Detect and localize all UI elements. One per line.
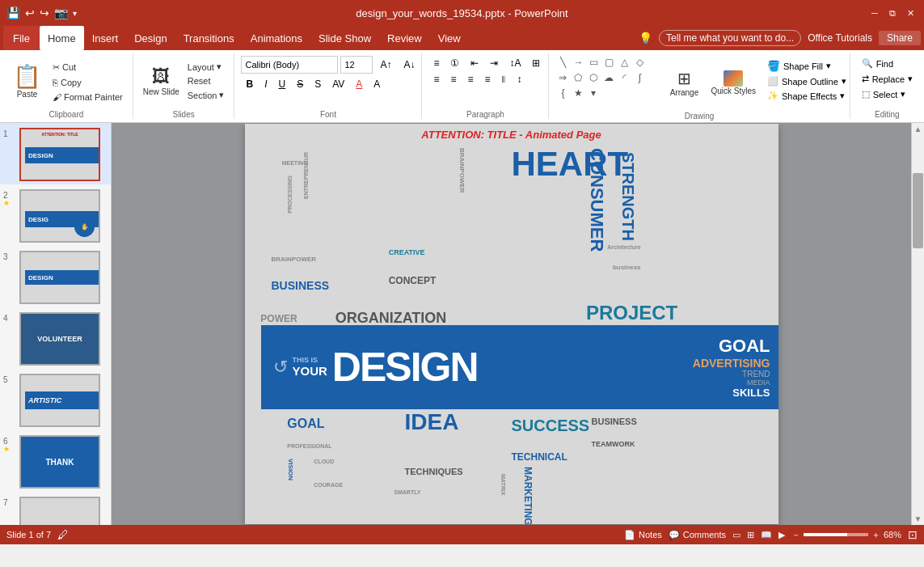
more-shapes[interactable]: ▾	[586, 86, 601, 100]
menu-home[interactable]: Home	[40, 26, 84, 50]
arrow-right-shape[interactable]: ⇒	[555, 70, 570, 85]
slide-thumb-4[interactable]: 4 VOLUNTEER	[0, 307, 111, 369]
increase-indent-button[interactable]: ⇥	[485, 56, 503, 70]
slide-thumb-2[interactable]: 2 ★ DESIG ✋	[0, 184, 111, 246]
paste-icon: 📋	[13, 63, 41, 90]
menu-file[interactable]: File	[3, 26, 40, 50]
bold-button[interactable]: B	[241, 77, 258, 91]
menu-slideshow[interactable]: Slide Show	[310, 26, 379, 50]
char-spacing-button[interactable]: AV	[327, 77, 349, 91]
slide-thumb-3[interactable]: 3 DESIGN	[0, 246, 111, 307]
screenshot-icon[interactable]: 📷	[54, 6, 68, 19]
triangle-shape[interactable]: △	[617, 55, 631, 70]
shape-effects-button[interactable]: ✨ Shape Effects ▾	[762, 89, 851, 103]
shape-outline-button[interactable]: ⬜ Shape Outline ▾	[762, 74, 851, 88]
find-button[interactable]: 🔍 Find	[857, 57, 918, 70]
slide-thumb-6[interactable]: 6 ★ THANK	[0, 430, 111, 492]
menu-animations[interactable]: Animations	[243, 26, 310, 50]
text-highlight-button[interactable]: A	[369, 77, 385, 91]
bracket-shape[interactable]: {	[555, 86, 570, 100]
quick-styles-button[interactable]: Quick Styles	[707, 55, 759, 110]
justify-button[interactable]: ≡	[479, 72, 495, 87]
vertical-scrollbar[interactable]: ▲ ▼	[911, 123, 924, 525]
share-button[interactable]: Share	[879, 31, 921, 45]
dropdown-icon[interactable]: ▾	[73, 9, 77, 18]
minimize-button[interactable]: ─	[867, 6, 882, 20]
office-tutorials-link[interactable]: Office Tutorials	[808, 32, 872, 44]
align-left-button[interactable]: ≡	[428, 72, 444, 87]
format-painter-button[interactable]: 🖌 Format Painter	[49, 91, 126, 104]
menu-insert[interactable]: Insert	[84, 26, 127, 50]
slide-thumb-7[interactable]: 7	[0, 492, 111, 525]
line-shape[interactable]: ╲	[555, 55, 570, 70]
save-icon[interactable]: 💾	[6, 6, 20, 19]
decrease-font-button[interactable]: A↓	[399, 57, 420, 72]
copy-button[interactable]: ⎘ Copy	[49, 76, 126, 89]
fit-window-button[interactable]: ⊡	[908, 528, 918, 541]
replace-button[interactable]: ⇄ Replace ▾	[857, 72, 918, 86]
paste-button[interactable]: 📋 Paste	[6, 53, 48, 108]
view-reading-button[interactable]: 📖	[761, 530, 772, 540]
slide-canvas[interactable]: ATTENTION: TITLE - Animated Page MEETING…	[245, 124, 778, 524]
scroll-thumb[interactable]	[913, 173, 923, 248]
cut-button[interactable]: ✂ Cut	[49, 61, 126, 74]
slide-thumb-5[interactable]: 5 ARTISTIC	[0, 369, 111, 430]
font-name-input[interactable]	[241, 56, 338, 74]
line-spacing-button[interactable]: ↕	[512, 72, 526, 87]
align-center-button[interactable]: ≡	[445, 72, 461, 87]
shape-fill-button[interactable]: 🪣 Shape Fill ▾	[762, 58, 851, 74]
curve-shape[interactable]: ∫	[632, 70, 647, 85]
zoom-slider[interactable]	[804, 533, 868, 536]
arrow-shape[interactable]: →	[571, 55, 585, 70]
scroll-up-button[interactable]: ▲	[913, 123, 924, 135]
diamond-shape[interactable]: ◇	[632, 55, 647, 70]
menu-view[interactable]: View	[430, 26, 469, 50]
zoom-out-button[interactable]: －	[791, 529, 800, 541]
view-slide-sorter-button[interactable]: ⊞	[747, 530, 754, 540]
slide-thumb-1[interactable]: 1 DESIGN ATTENTION: TITLE	[0, 123, 111, 184]
underline-button[interactable]: U	[274, 77, 291, 91]
zoom-in-button[interactable]: ＋	[871, 529, 880, 541]
redo-icon[interactable]: ↪	[40, 6, 49, 19]
view-normal-button[interactable]: ▭	[732, 530, 740, 540]
star-shape[interactable]: ★	[571, 86, 585, 100]
comments-button[interactable]: 💬 Comments	[669, 530, 726, 540]
shape-effects-arrow: ▾	[840, 91, 845, 101]
columns-button[interactable]: ⫴	[496, 72, 510, 87]
hexagon-shape[interactable]: ⬡	[586, 70, 601, 85]
wc-word-brainpower-vert: BRAINPOWER	[458, 148, 466, 193]
shadow-button[interactable]: S	[310, 77, 326, 91]
numbering-button[interactable]: ①	[445, 56, 464, 70]
font-size-input[interactable]	[340, 56, 373, 74]
scroll-down-button[interactable]: ▼	[913, 513, 924, 525]
convert-smart-button[interactable]: ⊞	[527, 56, 545, 70]
tell-me-input[interactable]: Tell me what you want to do...	[659, 30, 801, 46]
arc-shape[interactable]: ◜	[617, 70, 631, 85]
menu-review[interactable]: Review	[379, 26, 430, 50]
close-button[interactable]: ✕	[903, 6, 918, 20]
font-color-button[interactable]: A	[351, 77, 367, 91]
new-slide-button[interactable]: 🖼 New Slide	[140, 53, 183, 108]
undo-icon[interactable]: ↩	[25, 6, 35, 19]
callout-shape[interactable]: ☁	[601, 70, 616, 85]
align-right-button[interactable]: ≡	[462, 72, 478, 87]
layout-button[interactable]: Layout ▾	[184, 60, 228, 74]
menu-design[interactable]: Design	[126, 26, 175, 50]
rect-shape[interactable]: ▭	[586, 55, 601, 70]
menu-transitions[interactable]: Transitions	[175, 26, 243, 50]
strikethrough-button[interactable]: S	[292, 77, 308, 91]
arrange-button[interactable]: ⊞ Arrange	[664, 55, 704, 110]
notes-button[interactable]: 📄 Notes	[624, 530, 662, 540]
rounded-rect-shape[interactable]: ▢	[601, 55, 616, 70]
increase-font-button[interactable]: A↑	[375, 57, 396, 72]
reset-button[interactable]: Reset	[184, 74, 228, 87]
bullets-button[interactable]: ≡	[428, 56, 444, 70]
section-button[interactable]: Section ▾	[184, 88, 228, 102]
select-button[interactable]: ⬚ Select ▾	[857, 87, 918, 101]
slideshow-button[interactable]: ▶	[778, 530, 785, 540]
italic-button[interactable]: I	[259, 77, 272, 91]
pentagon-shape[interactable]: ⬠	[571, 70, 585, 85]
text-direction-button[interactable]: ↕A	[504, 56, 525, 70]
decrease-indent-button[interactable]: ⇤	[466, 56, 483, 70]
restore-button[interactable]: ⧉	[885, 6, 900, 20]
